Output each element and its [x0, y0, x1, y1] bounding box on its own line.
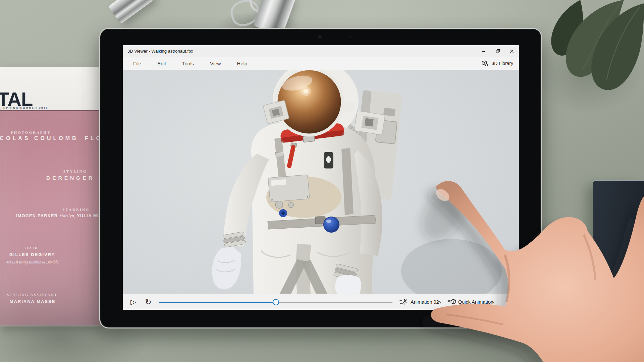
chevron-up-icon [437, 301, 441, 304]
light-sensor [349, 36, 351, 38]
animation-dropdown-chevron[interactable] [437, 294, 441, 310]
quick-animation-icon [447, 299, 457, 305]
credit-heading: PHOTOGRAPHY [0, 130, 64, 134]
menu-tools[interactable]: Tools [182, 61, 194, 66]
tablet-device: 3D Viewer - Walking astronaut.fbx [99, 28, 542, 328]
playback-bar: ▷ ↻ Animation 02 [123, 294, 519, 310]
astronaut-shoulder-box-right [354, 111, 385, 135]
chevron-up-icon [490, 301, 494, 304]
3d-library-button[interactable]: 3D Library [482, 60, 519, 67]
credit-name: GILLES DEGIVRY [0, 252, 66, 257]
quick-animation-icon-wrap [447, 294, 457, 310]
animation-dropdown-label: Animation 02 [411, 299, 439, 305]
desk-scene: TAL , SPRING/SUMMER 2016 PHOTOGRAPHY ICO… [0, 0, 644, 362]
play-icon: ▷ [130, 298, 136, 306]
animation-dropdown[interactable]: Animation 02 [411, 294, 439, 310]
play-button[interactable]: ▷ [127, 294, 140, 310]
animation-dropdown-icon-wrap [399, 294, 408, 310]
credit-name: ICOLAS COULOMB [0, 135, 78, 141]
starring-role: Marilyn, [59, 214, 75, 218]
menu-help[interactable]: Help [237, 61, 247, 66]
credit-heading: STYLING ASSISTANT [0, 293, 66, 297]
menu-file[interactable]: File [133, 61, 141, 66]
minimize-icon [482, 49, 486, 53]
timeline-fill [159, 302, 276, 303]
restore-button[interactable] [491, 45, 505, 57]
timeline-slider[interactable] [159, 302, 392, 303]
repeat-icon: ↻ [145, 298, 151, 306]
close-icon [510, 49, 514, 53]
starring-name: IMOGEN PARKER [16, 214, 58, 218]
restore-icon [496, 49, 500, 53]
minimize-button[interactable] [477, 45, 491, 57]
magazine-masthead: TAL [0, 92, 33, 107]
quick-animation-dropdown[interactable]: Quick Animation [458, 294, 493, 310]
timeline-thumb[interactable] [273, 299, 279, 305]
menu-bar: File Edit Tools View Help 3D Library [123, 57, 519, 70]
credit-name: BERENGER PEL [46, 175, 104, 181]
close-button[interactable] [505, 45, 519, 57]
repeat-button[interactable]: ↻ [142, 294, 155, 310]
tablet-screen: 3D Viewer - Walking astronaut.fbx [123, 45, 519, 310]
credit-heading: STYLING [42, 169, 104, 173]
quick-animation-label: Quick Animation [458, 299, 493, 305]
astronaut-right-glove [335, 275, 361, 294]
astronaut-blue-valve [324, 217, 339, 232]
window-controls [477, 45, 519, 57]
menu-view[interactable]: View [210, 61, 221, 66]
credit-name: IMOGEN PARKER Marilyn, YULIA MUSIEICHUCK… [16, 214, 104, 219]
3d-library-label: 3D Library [491, 61, 513, 66]
binder-clip [108, 0, 154, 24]
3d-viewport[interactable] [123, 70, 519, 294]
magazine-issue-line: , SPRING/SUMMER 2016 [0, 106, 48, 110]
credit-heading: STARRING [43, 207, 104, 212]
running-person-icon [399, 298, 408, 306]
magazine-cover: PHOTOGRAPHY ICOLAS COULOMB FLO STYLING B… [0, 111, 104, 325]
credit-subline: Art List using Bumble & Bumble [0, 260, 83, 265]
notebook [593, 180, 644, 362]
magazine-masthead-band: TAL , SPRING/SUMMER 2016 [0, 67, 104, 111]
astronaut-model [123, 70, 519, 294]
credit-name: MARIANA MASSE [0, 299, 66, 304]
window-title: 3D Viewer - Walking astronaut.fbx [127, 49, 193, 54]
magazine: TAL , SPRING/SUMMER 2016 PHOTOGRAPHY ICO… [0, 67, 104, 326]
3d-library-icon [482, 60, 489, 67]
window-titlebar[interactable]: 3D Viewer - Walking astronaut.fbx [123, 45, 519, 57]
menu-edit[interactable]: Edit [157, 61, 166, 66]
quick-animation-chevron[interactable] [490, 294, 494, 310]
front-camera [318, 35, 321, 38]
credit-heading: HAIR [0, 246, 65, 250]
